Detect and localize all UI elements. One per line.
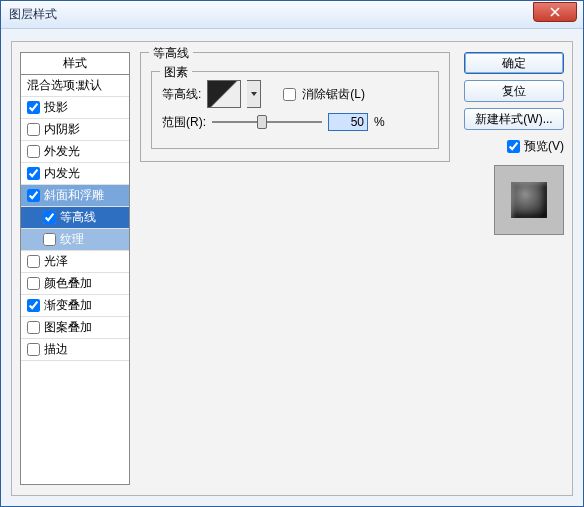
range-slider[interactable] bbox=[212, 113, 322, 131]
elements-group-title: 图素 bbox=[160, 64, 192, 81]
elements-group: 图素 等高线: 消除锯齿(L) 范围(R): bbox=[151, 71, 439, 149]
style-checkbox[interactable] bbox=[43, 211, 56, 224]
contour-picker-row: 等高线: 消除锯齿(L) bbox=[162, 80, 428, 108]
style-checkbox[interactable] bbox=[27, 123, 40, 136]
style-checkbox[interactable] bbox=[27, 167, 40, 180]
new-style-button[interactable]: 新建样式(W)... bbox=[464, 108, 564, 130]
style-checkbox[interactable] bbox=[27, 277, 40, 290]
style-row-3[interactable]: 内发光 bbox=[21, 163, 129, 185]
close-button[interactable] bbox=[533, 2, 577, 22]
style-checkbox[interactable] bbox=[27, 299, 40, 312]
slider-thumb[interactable] bbox=[257, 115, 267, 129]
style-checkbox[interactable] bbox=[27, 101, 40, 114]
style-checkbox[interactable] bbox=[27, 343, 40, 356]
window-title: 图层样式 bbox=[9, 6, 57, 23]
anti-alias-label: 消除锯齿(L) bbox=[302, 86, 365, 103]
blend-options-label: 混合选项:默认 bbox=[27, 77, 102, 94]
style-row-4[interactable]: 斜面和浮雕 bbox=[21, 185, 129, 207]
titlebar: 图层样式 bbox=[1, 1, 583, 29]
style-label: 图案叠加 bbox=[44, 319, 92, 336]
style-checkbox[interactable] bbox=[27, 255, 40, 268]
style-checkbox[interactable] bbox=[43, 233, 56, 246]
close-icon bbox=[550, 7, 560, 17]
style-label: 颜色叠加 bbox=[44, 275, 92, 292]
style-label: 描边 bbox=[44, 341, 68, 358]
style-checkbox[interactable] bbox=[27, 189, 40, 202]
contour-group: 等高线 图素 等高线: 消除锯齿(L) 范围(R): bbox=[140, 52, 450, 162]
settings-area: 等高线 图素 等高线: 消除锯齿(L) 范围(R): bbox=[140, 52, 450, 485]
style-row-0[interactable]: 投影 bbox=[21, 97, 129, 119]
style-checkbox[interactable] bbox=[27, 321, 40, 334]
style-label: 内发光 bbox=[44, 165, 80, 182]
chevron-down-icon bbox=[250, 90, 258, 98]
style-row-7[interactable]: 光泽 bbox=[21, 251, 129, 273]
style-label: 外发光 bbox=[44, 143, 80, 160]
range-input[interactable] bbox=[328, 113, 368, 131]
contour-group-title: 等高线 bbox=[149, 45, 193, 62]
style-row-11[interactable]: 描边 bbox=[21, 339, 129, 361]
style-row-5[interactable]: 等高线 bbox=[21, 207, 129, 229]
style-label: 光泽 bbox=[44, 253, 68, 270]
style-row-6[interactable]: 纹理 bbox=[21, 229, 129, 251]
styles-panel: 样式 混合选项:默认 投影内阴影外发光内发光斜面和浮雕等高线纹理光泽颜色叠加渐变… bbox=[20, 52, 130, 485]
style-label: 斜面和浮雕 bbox=[44, 187, 104, 204]
preview-box bbox=[494, 165, 564, 235]
anti-alias-checkbox[interactable] bbox=[283, 88, 296, 101]
style-row-1[interactable]: 内阴影 bbox=[21, 119, 129, 141]
range-label: 范围(R): bbox=[162, 114, 206, 131]
preview-label: 预览(V) bbox=[524, 138, 564, 155]
style-row-8[interactable]: 颜色叠加 bbox=[21, 273, 129, 295]
style-label: 内阴影 bbox=[44, 121, 80, 138]
cancel-button[interactable]: 复位 bbox=[464, 80, 564, 102]
range-unit: % bbox=[374, 115, 385, 129]
dialog-body: 样式 混合选项:默认 投影内阴影外发光内发光斜面和浮雕等高线纹理光泽颜色叠加渐变… bbox=[11, 41, 573, 496]
style-row-10[interactable]: 图案叠加 bbox=[21, 317, 129, 339]
preview-toggle-row: 预览(V) bbox=[464, 138, 564, 155]
ok-button[interactable]: 确定 bbox=[464, 52, 564, 74]
range-row: 范围(R): % bbox=[162, 108, 428, 136]
style-label: 渐变叠加 bbox=[44, 297, 92, 314]
style-row-9[interactable]: 渐变叠加 bbox=[21, 295, 129, 317]
contour-dropdown-button[interactable] bbox=[247, 80, 261, 108]
blend-options-row[interactable]: 混合选项:默认 bbox=[21, 75, 129, 97]
preview-thumbnail bbox=[511, 182, 547, 218]
style-label: 纹理 bbox=[60, 231, 84, 248]
style-label: 投影 bbox=[44, 99, 68, 116]
right-column: 确定 复位 新建样式(W)... 预览(V) bbox=[464, 52, 564, 235]
style-label: 等高线 bbox=[60, 209, 96, 226]
contour-label: 等高线: bbox=[162, 86, 201, 103]
preview-checkbox[interactable] bbox=[507, 140, 520, 153]
style-checkbox[interactable] bbox=[27, 145, 40, 158]
slider-track bbox=[212, 121, 322, 123]
styles-header[interactable]: 样式 bbox=[21, 53, 129, 75]
style-row-2[interactable]: 外发光 bbox=[21, 141, 129, 163]
contour-swatch[interactable] bbox=[207, 80, 241, 108]
layer-style-dialog: 图层样式 样式 混合选项:默认 投影内阴影外发光内发光斜面和浮雕等高线纹理光泽颜… bbox=[0, 0, 584, 507]
